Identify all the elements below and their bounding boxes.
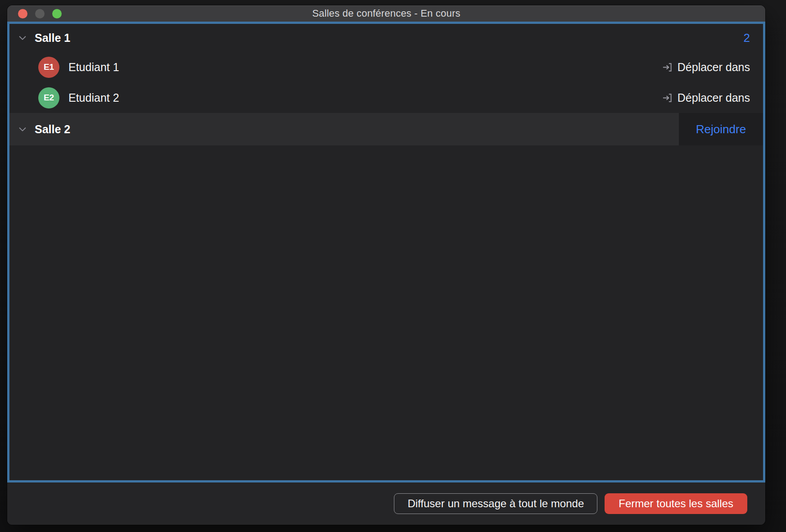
breakout-rooms-window: Salles de conférences - En cours Salle 1… (7, 5, 765, 525)
move-to-label: Déplacer dans (678, 91, 750, 104)
room-header-salle-2-label-area[interactable]: Salle 2 (9, 113, 679, 145)
rooms-panel: Salle 1 2 E1 Etudiant 1 Déplacer dans (7, 22, 765, 482)
chevron-down-icon[interactable] (18, 124, 27, 134)
close-all-rooms-button[interactable]: Fermer toutes les salles (605, 493, 747, 514)
window-title: Salles de conférences - En cours (312, 8, 460, 19)
move-to-label: Déplacer dans (678, 61, 750, 74)
participant-name: Etudiant 1 (68, 61, 119, 74)
window-titlebar: Salles de conférences - En cours (7, 5, 765, 22)
room-header-salle-2[interactable]: Salle 2 Rejoindre (9, 113, 763, 145)
participant-count-badge: 2 (744, 31, 750, 45)
rooms-empty-area (9, 145, 763, 480)
zoom-window-icon[interactable] (52, 9, 62, 18)
close-window-icon[interactable] (18, 9, 27, 18)
chevron-down-icon[interactable] (18, 33, 27, 43)
avatar: E2 (38, 87, 59, 108)
footer-bar: Diffuser un message à tout le monde Ferm… (7, 482, 765, 525)
room-name: Salle 1 (35, 32, 70, 45)
traffic-lights (18, 5, 62, 22)
participant-row[interactable]: E1 Etudiant 1 Déplacer dans (9, 52, 763, 82)
avatar: E1 (38, 57, 59, 78)
join-room-button[interactable]: Rejoindre (679, 113, 763, 145)
broadcast-message-button[interactable]: Diffuser un message à tout le monde (394, 493, 597, 514)
move-into-room-icon (662, 92, 673, 104)
move-to-button[interactable]: Déplacer dans (662, 91, 750, 104)
move-into-room-icon (662, 61, 673, 73)
move-to-button[interactable]: Déplacer dans (662, 61, 750, 74)
room-name: Salle 2 (35, 123, 70, 136)
room-header-salle-1[interactable]: Salle 1 2 (9, 24, 763, 52)
participant-name: Etudiant 2 (68, 91, 119, 104)
participant-row[interactable]: E2 Etudiant 2 Déplacer dans (9, 82, 763, 113)
minimize-window-icon[interactable] (35, 9, 45, 18)
